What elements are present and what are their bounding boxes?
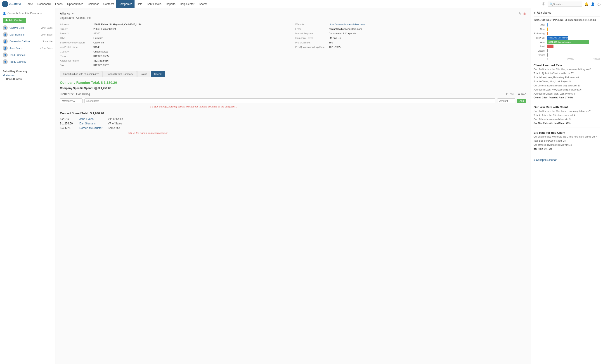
contact-avatar: 👤 [3,32,8,37]
contact-name: Todd9 Gained9 [10,60,51,63]
nav-items: HomeDashboardLeadsOpportunitiesCalendarC… [23,0,541,8]
spend-item-input[interactable] [84,98,495,103]
contacts-icon: 👤 [3,12,6,15]
pipeline-bar-row: Follow-up- $286,745 19 opportunities [533,36,600,40]
user-icon[interactable]: 👤 [590,2,595,6]
pipeline-bar [547,49,548,52]
tab-spend[interactable]: Spend [151,71,165,77]
top-navigation: i iDealCRM HomeDashboardLeadsOpportuniti… [0,0,603,8]
nav-item-calendar[interactable]: Calendar [85,0,101,8]
contact-name: Jane Evans [10,47,38,49]
pipeline-title: TOTAL CURRENT PIPELINE: 55 opportunities… [533,19,600,21]
search-input[interactable] [553,3,580,5]
contact-spend-row: $ 1,256.50 Dan Siemans VP of Sales [60,121,526,126]
collapse-sidebar-button[interactable]: » Collapse Sidebar [533,157,600,162]
nav-item-companies[interactable]: Companies [116,0,135,8]
pipeline-bar-container [547,49,600,52]
pipeline-label: Project- [533,54,545,56]
pipeline-bar-container: $286,745 19 opportunities [547,36,600,40]
contact-avatar: 👤 [3,59,8,64]
chart-x-axis: 0 300000 600000 [533,58,600,60]
pipeline-bar-container [547,23,600,27]
pipeline-label: Follow-up- [533,37,545,39]
contact-avatar: 👤 [3,25,8,30]
tab-proposals-with-company[interactable]: Proposals with Company [103,71,137,77]
nav-item-contacts[interactable]: Contacts [101,0,116,8]
detail-website: Website: https://www.alliancebuilders.co… [295,23,526,26]
pipeline-bars: Lead- New- Estimating- Follow-up- $286,7… [533,23,600,57]
contacts-section-title: 👤 Contacts from this Company [0,11,55,16]
pipeline-bar-row: New- [533,27,600,31]
bid-rate-section: Bid Rate for this Client Out of all the … [533,131,600,153]
contact-name: Casey3 Dot3 [10,26,39,29]
detail-additional-phone: Additional Phone: 312.359.8566 [60,59,291,62]
spend-info-icon[interactable]: i [94,87,97,90]
contact-spend-name[interactable]: Jane Evans [79,117,104,121]
date-input[interactable] [60,98,82,103]
info-icon[interactable]: ⓘ [541,2,546,6]
main-content: Alliance ▾ ✎ 🗑 Legal Name: Alliance, Inc… [55,8,531,364]
contact-spend-amount: $ 1,256.50 [60,122,76,125]
pipeline-bar [547,23,548,27]
tab-opportunities-with-this-company[interactable]: Opportunities with this company [60,71,102,77]
bid-rate-title: Bid Rate for this Client [533,131,600,134]
tab-notes[interactable]: Notes [137,71,151,77]
contact-spend-list: $ 237.51 Jane Evans V.P. of Sales $ 1,25… [60,117,526,130]
contact-spend-name[interactable]: Doreen McCallister [79,127,104,130]
company-dropdown-arrow[interactable]: ▾ [72,12,73,15]
delete-icon[interactable]: 🗑 [523,12,526,15]
annotation-golf: i.e. golf outings, bowling events, dinne… [150,105,526,108]
legal-name: Legal Name: Alliance, Inc. [60,16,526,19]
contact-row[interactable]: 👤 Todd9 Gained9 [0,58,55,65]
collapse-icon: » [533,158,535,162]
contact-spend-amount: $ 237.51 [60,117,76,121]
nav-item-reports[interactable]: Reports [164,0,178,8]
contact-spend-amount: $ 436.25 [60,127,76,130]
win-rate-title: Our Win Rate with Client [533,106,600,109]
search-box[interactable]: 🔍 [548,1,582,7]
contact-name: Todd3 Gaines3 [10,54,51,56]
pipeline-label: Closed- [533,49,545,52]
contact-row[interactable]: 👤 Dan Siemans VP of Sales [0,31,55,38]
nav-item-leads[interactable]: Leads [53,0,65,8]
contact-row[interactable]: 👤 Doreen McCallister Some title [0,38,55,45]
subsidiary-link-mortensen[interactable]: Mortensen [0,73,55,77]
tabs: Opportunities with this companyProposals… [60,71,526,77]
pipeline-bar [547,53,548,57]
subsidiary-item-denis: • Denis Duncan [0,77,55,81]
pipeline-chart: TOTAL CURRENT PIPELINE: 55 opportunities… [533,19,600,60]
detail-company-level: Company Level: 5M and Up [295,37,526,39]
nav-item-lists[interactable]: Lists [135,0,145,8]
pipeline-bar [547,32,548,35]
nav-item-home[interactable]: Home [23,0,35,8]
nav-item-help-center[interactable]: Help Center [178,0,197,8]
detail-fax: Fax: 312.359.8567 [60,64,291,67]
contact-avatar: 👤 [3,52,8,58]
spend-amount-input[interactable] [497,98,515,103]
nav-item-opportunities[interactable]: Opportunities [65,0,85,8]
nav-item-sent-emails[interactable]: Sent Emails [145,0,164,8]
detail-phone: Phone: 312.359.8565 [60,55,291,58]
search-icon: 🔍 [550,2,553,6]
contact-row[interactable]: 👤 Casey3 Dot3 VP of Sales [0,24,55,31]
contact-avatar: 👤 [3,46,8,51]
contact-title: VP of Sales [41,34,52,36]
add-contact-button[interactable]: ✚ Add Contact [3,18,26,23]
nav-right: ⓘ 🔍 🔔 👤 ⏻ [541,1,601,7]
bell-icon[interactable]: 🔔 [584,2,589,6]
power-icon[interactable]: ⏻ [597,2,601,6]
nav-item-search[interactable]: Search [197,0,210,8]
nav-item-dashboard[interactable]: Dashboard [35,0,53,8]
logo-text: iDealCRM [9,3,21,5]
pipeline-bar-container [547,45,600,48]
contact-row[interactable]: 👤 Todd3 Gaines3 [0,52,55,58]
client-awarded-title: Client Awarded Rate [533,64,600,67]
contact-spend-name[interactable]: Dan Siemans [79,122,104,125]
add-spend-button[interactable]: Add [517,99,526,103]
contact-spend-row: $ 237.51 Jane Evans V.P. of Sales [60,117,526,121]
edit-icon[interactable]: ✎ [518,12,521,15]
company-header: Alliance ▾ ✎ 🗑 [60,12,526,15]
company-header-actions: ✎ 🗑 [518,12,526,15]
spend-entry-row: 06/10/2022 Golf Outing $1,250 Laura A [60,92,526,97]
contact-row[interactable]: 👤 Jane Evans V.P. of Sales [0,45,55,52]
